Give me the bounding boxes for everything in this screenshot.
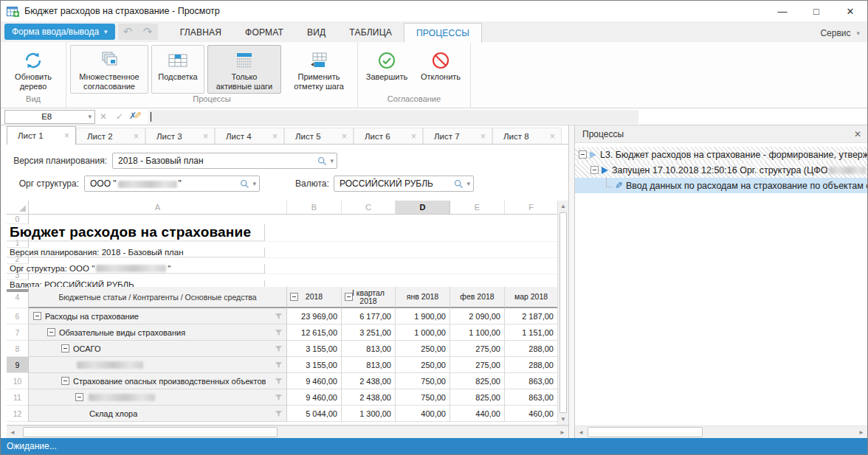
grid-cell[interactable]: 750,00 <box>396 389 450 406</box>
collapse-icon[interactable] <box>290 293 298 301</box>
grid-cell[interactable]: 2 187,00 <box>505 308 558 324</box>
collapse-icon[interactable] <box>47 328 55 336</box>
collapse-icon[interactable] <box>75 393 83 401</box>
grid-cell[interactable]: Страхование опасных производственных объ… <box>29 373 287 389</box>
cell-name-box[interactable]: E8 ▾ <box>4 110 95 124</box>
currency-combo[interactable]: РОССИЙСКИЙ РУБЛЬ ▾ <box>334 176 474 192</box>
close-icon[interactable]: × <box>480 131 486 142</box>
sheet-tab[interactable]: Лист 5× <box>284 128 354 144</box>
chevron-down-icon[interactable]: ▾ <box>252 180 256 187</box>
scroll-up-icon[interactable]: ▲ <box>558 201 568 212</box>
close-icon[interactable]: × <box>134 131 139 142</box>
sheet-tab[interactable]: Лист 4× <box>215 128 284 144</box>
scroll-left-icon[interactable]: ◄ <box>7 426 18 438</box>
formula-edit-icon[interactable]: ✗ ✎ <box>128 110 145 123</box>
column-header[interactable]: A <box>29 201 287 214</box>
sheet-tab[interactable]: Лист 6× <box>354 128 423 144</box>
grid-cell[interactable]: 813,00 <box>342 357 396 373</box>
process-tree-item[interactable]: L3. Бюджет расходов на страхование - фор… <box>575 147 867 162</box>
tab-vid[interactable]: ВИД <box>295 23 337 42</box>
chevron-down-icon[interactable]: ▾ <box>330 157 334 164</box>
grid-cell[interactable] <box>29 389 287 406</box>
sheet-tab[interactable]: Лист 8× <box>492 128 562 144</box>
row-header[interactable]: 7 <box>7 324 29 341</box>
grid-cell[interactable]: 12 615,00 <box>287 324 342 341</box>
complete-button[interactable]: Завершить <box>362 45 412 94</box>
grid-cell[interactable]: 3 155,00 <box>287 357 342 373</box>
minimize-button[interactable]: — <box>765 1 799 21</box>
grid-cell[interactable]: 1 100,00 <box>450 324 505 341</box>
column-header[interactable]: B <box>287 201 342 214</box>
close-icon[interactable]: ✕ <box>854 129 861 139</box>
close-icon[interactable]: × <box>272 131 278 142</box>
filter-icon[interactable] <box>275 313 283 320</box>
grid-cell[interactable]: 813,00 <box>342 341 396 357</box>
grid-cell[interactable]: 23 969,00 <box>287 308 342 324</box>
grid-header-cell[interactable]: мар 2018 <box>505 287 558 308</box>
grid-cell[interactable]: Обязательные виды страхования <box>29 324 287 341</box>
grid-cell[interactable]: 1 300,00 <box>342 406 396 422</box>
vertical-scroll-thumb[interactable] <box>559 212 567 413</box>
grid-cell[interactable] <box>29 357 287 373</box>
scroll-right-icon[interactable]: ► <box>557 426 568 438</box>
tab-protsessy[interactable]: ПРОЦЕССЫ <box>404 23 482 43</box>
close-icon[interactable]: × <box>411 131 416 142</box>
maximize-button[interactable]: □ <box>799 1 833 21</box>
sheet-tab[interactable]: Лист 7× <box>423 128 492 144</box>
grid-header-cell[interactable]: фев 2018 <box>450 287 505 308</box>
grid-cell[interactable]: Орг структура: ООО "" <box>7 264 265 274</box>
grid-cell[interactable]: Расходы на страхование <box>29 308 287 324</box>
collapse-icon[interactable] <box>590 166 599 174</box>
reject-button[interactable]: Отклонить <box>415 45 466 94</box>
grid-cell[interactable]: 9 460,00 <box>287 373 342 389</box>
grid-cell[interactable]: 825,00 <box>450 389 505 406</box>
grid-cell[interactable]: 288,00 <box>505 341 558 357</box>
search-icon[interactable] <box>317 156 327 166</box>
filter-icon[interactable] <box>275 329 283 336</box>
sheet-tab[interactable]: Лист 3× <box>145 128 215 144</box>
search-icon[interactable] <box>454 179 464 189</box>
close-icon[interactable]: × <box>203 131 208 142</box>
grid-cell[interactable]: 750,00 <box>396 373 450 389</box>
row-header[interactable]: 10 <box>7 373 29 389</box>
refresh-tree-button[interactable]: Обновить дерево <box>4 45 62 94</box>
panel-splitter[interactable] <box>569 125 574 438</box>
filter-icon[interactable] <box>275 361 283 369</box>
grid-cell[interactable]: 6 177,00 <box>342 308 396 324</box>
grid-cell[interactable]: 5 044,00 <box>287 406 342 422</box>
tab-glavnaya[interactable]: ГЛАВНАЯ <box>168 23 233 42</box>
service-menu[interactable]: Сервис ▾ <box>820 28 860 38</box>
tab-format[interactable]: ФОРМАТ <box>233 23 295 42</box>
highlight-button[interactable]: Подсветка <box>151 45 204 94</box>
filter-icon[interactable] <box>275 378 283 385</box>
grid-cell[interactable]: 250,00 <box>396 357 450 373</box>
grid-cell[interactable]: 440,00 <box>450 406 505 422</box>
grid-cell[interactable]: 460,00 <box>505 406 558 422</box>
row-header[interactable]: 8 <box>7 341 29 357</box>
row-header[interactable]: 9 <box>7 357 29 373</box>
grid-header-cell[interactable]: янв 2018 <box>396 287 450 308</box>
row-header[interactable]: 11 <box>7 389 29 406</box>
close-icon[interactable]: × <box>342 131 347 142</box>
scroll-down-icon[interactable]: ▼ <box>558 414 568 425</box>
grid-cell[interactable]: 275,00 <box>450 341 505 357</box>
horizontal-scroll-thumb[interactable] <box>588 427 703 437</box>
collapse-icon[interactable] <box>579 150 587 159</box>
grid-cell[interactable]: 1 000,00 <box>396 324 450 341</box>
grid-cell[interactable]: 1 900,00 <box>396 308 450 324</box>
scroll-right-icon[interactable]: ► <box>855 426 867 438</box>
grid-header-cell[interactable]: I квартал 2018 <box>342 287 396 308</box>
multi-approval-button[interactable]: Множественное согласование <box>70 45 148 94</box>
close-icon[interactable]: × <box>64 131 69 141</box>
close-icon[interactable]: × <box>550 131 555 142</box>
process-tree-item[interactable]: ✎Ввод данных по расходам на страхование … <box>575 178 867 193</box>
grid-header-cell[interactable]: 2018 <box>287 287 342 308</box>
collapse-icon[interactable] <box>345 293 353 301</box>
filter-icon[interactable] <box>275 410 283 417</box>
grid-cell[interactable]: 863,00 <box>505 389 558 406</box>
filter-icon[interactable] <box>275 394 283 401</box>
formula-confirm-icon[interactable]: ✓ <box>111 111 128 122</box>
tab-tablitsa[interactable]: ТАБЛИЦА <box>337 23 404 42</box>
select-all-corner[interactable] <box>7 201 29 214</box>
grid-cell[interactable]: Склад хлора <box>29 406 287 422</box>
